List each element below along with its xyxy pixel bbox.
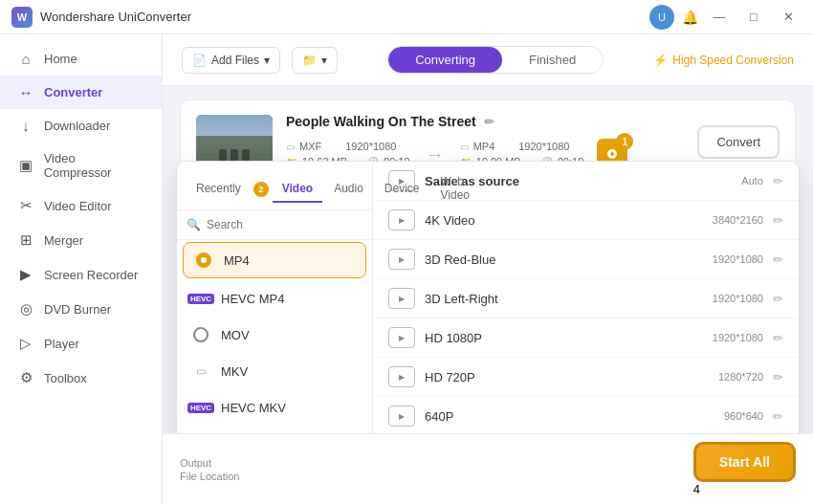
merger-icon: ⊞ [17, 231, 34, 249]
search-icon: 🔍 [187, 218, 201, 231]
tab-web-video[interactable]: Web Video [431, 169, 479, 209]
format-label-mov: MOV [221, 328, 250, 342]
main-layout: ⌂ Home ↔ Converter ↓ Downloader ▣ Video … [0, 34, 813, 504]
target-resolution: 1920*1080 [518, 141, 569, 152]
sidebar-label-home: Home [44, 52, 77, 66]
output-info: Output File Location [180, 457, 239, 482]
downloader-icon: ↓ [17, 118, 34, 134]
add-folder-dropdown-icon: ▾ [321, 54, 327, 67]
quality-edit-hd-720p[interactable]: ✏ [773, 370, 783, 384]
player-icon: ▷ [17, 335, 34, 352]
sidebar-item-home[interactable]: ⌂ Home [0, 42, 162, 76]
notification-icon[interactable]: 🔔 [682, 10, 698, 25]
quality-label-4k: 4K Video [425, 213, 713, 228]
quality-item-hd-720p[interactable]: ▶ HD 720P 1280*720 ✏ [373, 358, 799, 397]
quality-edit-640p[interactable]: ✏ [773, 409, 783, 424]
format-item-mp4[interactable]: MP4 [183, 242, 366, 278]
maximize-button[interactable]: □ [740, 7, 767, 28]
format-label-mkv: MKV [221, 364, 248, 379]
titlebar-right: U 🔔 — □ ✕ [649, 5, 802, 30]
format-item-mkv[interactable]: ▭ MKV [177, 353, 372, 389]
sidebar-item-video-compressor[interactable]: ▣ Video Compressor [0, 142, 162, 188]
3d-left-right-icon: ▶ [388, 288, 415, 309]
quality-edit-4k[interactable]: ✏ [773, 213, 783, 228]
tab-device[interactable]: Device [375, 176, 429, 203]
target-format: MP4 [473, 141, 495, 152]
lightning-icon: ⚡ [653, 54, 668, 67]
recently-badge: 2 [253, 182, 269, 197]
3d-red-blue-icon: ▶ [388, 249, 415, 270]
format-label-hevc-mkv: HEVC MKV [221, 401, 286, 415]
target-format-row: ▭ MP4 1920*1080 [460, 141, 584, 152]
sidebar-item-converter[interactable]: ↔ Converter [0, 76, 162, 109]
sidebar-item-toolbox[interactable]: ⚙ Toolbox [0, 361, 162, 395]
quality-edit-same-as-source[interactable]: ✏ [773, 174, 783, 188]
quality-label-640p: 640P [425, 409, 724, 424]
home-icon: ⌂ [17, 51, 34, 67]
output-label: Output [180, 457, 239, 469]
quality-res-same-as-source: Auto [741, 175, 763, 186]
format-item-mov[interactable]: MOV [177, 317, 372, 353]
add-files-dropdown-icon: ▾ [264, 54, 270, 67]
recently-tab-wrapper: Recently 2 [187, 176, 271, 203]
sidebar-item-downloader[interactable]: ↓ Downloader [0, 109, 162, 142]
quality-res-hd-720p: 1280*720 [718, 371, 763, 383]
add-folder-button[interactable]: 📁 ▾ [292, 47, 338, 74]
start-all-button[interactable]: Start All [693, 442, 796, 482]
quality-edit-3d-left-right[interactable]: ✏ [773, 292, 783, 306]
quality-edit-3d-red-blue[interactable]: ✏ [773, 252, 783, 267]
mov-circle [193, 327, 209, 342]
quality-item-640p[interactable]: ▶ 640P 960*640 ✏ [373, 397, 799, 433]
start-all-badge: 4 [693, 482, 796, 496]
tab-converting[interactable]: Converting [388, 47, 502, 73]
minimize-button[interactable]: — [706, 7, 733, 28]
source-format-icon: ▭ [286, 142, 295, 152]
app-icon: W [11, 7, 33, 28]
sidebar-label-video-compressor: Video Compressor [44, 151, 144, 180]
quality-item-hd-1080p[interactable]: ▶ HD 1080P 1920*1080 ✏ [373, 318, 799, 358]
converter-icon: ↔ [17, 84, 34, 100]
file-location-text: File Location [180, 471, 239, 482]
edit-title-icon[interactable]: ✏ [484, 115, 494, 129]
sidebar-label-toolbox: Toolbox [44, 371, 87, 385]
tab-finished[interactable]: Finished [502, 47, 603, 73]
add-files-button[interactable]: 📄 Add Files ▾ [182, 47, 280, 74]
format-item-hevc-mp4[interactable]: HEVC HEVC MP4 [177, 280, 372, 317]
convert-button[interactable]: Convert [697, 125, 780, 159]
quality-res-3d-left-right: 1920*1080 [713, 293, 763, 304]
sidebar-item-screen-recorder[interactable]: ▶ Screen Recorder [0, 257, 162, 292]
640p-icon: ▶ [388, 405, 415, 427]
video-title-row: People Walking On The Street ✏ [286, 114, 684, 129]
quality-item-3d-left-right[interactable]: ▶ 3D Left-Right 1920*1080 ✏ [373, 279, 799, 318]
quality-res-4k: 3840*2160 [713, 214, 763, 226]
sidebar-label-downloader: Downloader [44, 119, 110, 133]
format-item-avi[interactable]: ▭ AVI [177, 426, 372, 433]
sidebar-label-player: Player [44, 337, 79, 351]
quality-item-3d-red-blue[interactable]: ▶ 3D Red-Blue 1920*1080 ✏ [373, 240, 799, 279]
add-files-label: Add Files [211, 54, 259, 67]
quality-edit-hd-1080p[interactable]: ✏ [773, 331, 783, 345]
format-label-hevc-mp4: HEVC MP4 [221, 292, 284, 306]
tab-video[interactable]: Video [273, 176, 322, 203]
close-button[interactable]: ✕ [775, 7, 802, 28]
source-format: MXF [299, 141, 321, 152]
tab-audio[interactable]: Audio [324, 176, 373, 203]
sidebar-label-merger: Merger [44, 233, 83, 248]
sidebar-item-video-editor[interactable]: ✂ Video Editor [0, 188, 162, 223]
format-left-panel: Recently 2 Video Audio Device Web Video … [177, 162, 373, 433]
format-item-hevc-mkv[interactable]: HEVC HEVC MKV [177, 389, 372, 426]
tab-recently[interactable]: Recently [187, 176, 251, 203]
quality-res-3d-red-blue: 1920*1080 [713, 253, 763, 265]
add-folder-icon: 📁 [302, 54, 317, 67]
dvd-burner-icon: ◎ [17, 300, 34, 318]
badge-number-1: 1 [616, 133, 633, 150]
format-search-input[interactable] [207, 218, 363, 231]
user-avatar[interactable]: U [649, 5, 674, 30]
sidebar-item-player[interactable]: ▷ Player [0, 326, 162, 361]
format-list: MP4 HEVC HEVC MP4 MOV [177, 240, 372, 433]
high-speed-button[interactable]: ⚡ High Speed Conversion [653, 54, 794, 67]
quality-res-hd-1080p: 1920*1080 [713, 332, 763, 343]
sidebar-item-dvd-burner[interactable]: ◎ DVD Burner [0, 292, 162, 326]
sidebar-item-merger[interactable]: ⊞ Merger [0, 223, 162, 257]
quality-label-3d-red-blue: 3D Red-Blue [425, 252, 713, 267]
